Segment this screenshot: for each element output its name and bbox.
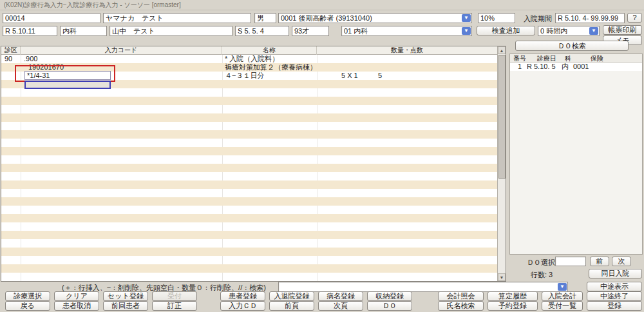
table-row[interactable] (1, 222, 497, 231)
next-button[interactable]: 次 (612, 257, 631, 266)
chevron-down-icon[interactable]: ▼ (462, 14, 471, 22)
scrollbar-thumb[interactable] (498, 55, 506, 179)
do-row-insurance: 0001 (573, 63, 599, 71)
table-row[interactable] (1, 231, 497, 239)
grid-cell: 5 (378, 72, 404, 80)
back-button[interactable]: 戻る (5, 301, 50, 311)
do-select-input[interactable] (555, 257, 586, 266)
input-hint-label: (＋：行挿入、−：剤削除、先頭空白・数量０：行削除、//：検索) (62, 283, 266, 292)
column-header-code: 入力コード (21, 46, 222, 55)
entry-code-input[interactable]: *1/4-31 (24, 71, 111, 80)
table-row[interactable] (1, 197, 497, 206)
account-inquiry-button[interactable]: 会計照会 (438, 291, 484, 301)
midway-display-button[interactable]: 中途表示 (587, 282, 642, 291)
reception-list-button[interactable]: 受付一覧 (542, 301, 583, 311)
payment-register-button[interactable]: 収納登録 (367, 291, 412, 301)
grid-cell: ４−３１日分 (222, 72, 317, 80)
chevron-down-icon[interactable]: ▼ (589, 27, 598, 35)
next-page-button[interactable]: 次頁 (318, 301, 363, 311)
prev-button[interactable]: 前 (590, 257, 609, 266)
burden-rate-field: 10% (478, 13, 515, 23)
table-row[interactable] (1, 88, 497, 97)
admission-period-field[interactable]: R 5.10. 4- 99.99.99 (555, 13, 625, 23)
kanji-name-field[interactable]: 山中 テスト (109, 26, 232, 36)
do-column-dept: 科 (562, 54, 574, 63)
footer-combo[interactable]: ▼ (278, 282, 568, 292)
grid-cell: .900 (21, 55, 222, 63)
table-row[interactable] (1, 105, 497, 113)
patient-id-field[interactable]: 00014 (3, 13, 100, 23)
do-button[interactable]: ＤＯ (367, 301, 412, 311)
row-count-label: 行数: 3 (531, 270, 553, 279)
table-row[interactable] (1, 256, 497, 264)
department-select[interactable]: 01 内科 ▼ (341, 26, 472, 36)
kana-name-field[interactable]: ヤマナカ テスト (103, 13, 251, 23)
table-row[interactable] (1, 264, 497, 273)
chevron-down-icon[interactable]: ▼ (558, 283, 567, 291)
do-list: 番号 診療日 科 保険 1 R 5.10. 5 内 0001 (509, 54, 643, 255)
clear-button[interactable]: クリア (54, 291, 99, 301)
table-row[interactable] (1, 97, 497, 105)
admission-register-button[interactable]: 入退院登録 (269, 291, 314, 301)
prev-page-button[interactable]: 前頁 (269, 301, 314, 311)
table-row[interactable] (1, 164, 497, 172)
insurance-select-value: 0001 後期高齢者 (39131040) (281, 14, 372, 22)
patient-register-button[interactable]: 患者登録 (220, 291, 265, 301)
chevron-down-icon[interactable]: ▼ (462, 27, 471, 35)
table-row[interactable] (1, 180, 497, 189)
table-row[interactable] (1, 248, 497, 256)
input-cd-button[interactable]: 入力ＣＤ (220, 301, 265, 311)
do-search-button[interactable]: ＤＯ検索 (515, 41, 629, 51)
grid-scrollbar[interactable]: ▲ ▼ (497, 46, 506, 281)
table-row[interactable] (1, 147, 497, 155)
calc-history-button[interactable]: 算定履歴 (488, 291, 538, 301)
midway-end-button[interactable]: 中途終了 (587, 291, 642, 301)
sex-field: 男 (254, 13, 276, 23)
disease-register-button[interactable]: 病名登録 (318, 291, 363, 301)
table-row[interactable] (1, 130, 497, 139)
grid-cell: * 入院（入院料） (222, 55, 317, 63)
time-select[interactable]: 0 時間内 ▼ (538, 26, 600, 36)
previous-patient-button[interactable]: 前回患者 (103, 301, 148, 311)
admission-account-button[interactable]: 入院会計 (542, 291, 583, 301)
do-row-no: 1 (511, 63, 528, 71)
help-button[interactable]: ? (627, 13, 642, 23)
column-header-name: 名称 (222, 46, 317, 55)
insurance-select[interactable]: 0001 後期高齢者 (39131040) ▼ (278, 13, 472, 23)
exam-date-field[interactable]: R 5.10.11 (3, 26, 57, 36)
table-row[interactable] (1, 189, 497, 197)
patient-cancel-button[interactable]: 患者取消 (54, 301, 99, 311)
table-row[interactable] (1, 214, 497, 222)
name-search-button[interactable]: 氏名検索 (438, 301, 484, 311)
department-select-value: 01 内科 (344, 27, 368, 35)
table-row[interactable] (1, 155, 497, 164)
reservation-register-button[interactable]: 予約登録 (488, 301, 538, 311)
print-button[interactable]: 帳票印刷 (603, 25, 642, 35)
table-row[interactable] (1, 273, 497, 281)
clinic-select-button[interactable]: 診療選択 (5, 291, 50, 301)
selected-cell-frame[interactable] (24, 81, 111, 89)
do-column-date: 診療日 (528, 54, 565, 63)
do-row-dept: 内 (562, 63, 573, 71)
do-list-row[interactable]: 1 R 5.10. 5 内 0001 (510, 63, 642, 71)
do-column-insurance: 保険 (574, 54, 620, 63)
grid-cell: 90 (1, 55, 21, 63)
window-title: (K02N)診療行為入力−入院診療行為入力 - ソーソー [ormaster] (0, 0, 644, 10)
set-register-button[interactable]: セット登録 (103, 291, 148, 301)
table-row[interactable] (1, 113, 497, 122)
scroll-up-icon[interactable]: ▲ (498, 46, 506, 54)
column-header-qty: 数量・点数 (317, 46, 497, 55)
table-row[interactable] (1, 172, 497, 180)
do-list-header: 番号 診療日 科 保険 (510, 54, 642, 63)
table-row[interactable] (1, 239, 497, 248)
scroll-down-icon[interactable]: ▼ (498, 273, 506, 281)
exam-add-button[interactable]: 検査追加 (477, 26, 535, 35)
table-row[interactable]: 90.900* 入院（入院料） (1, 55, 497, 63)
register-button[interactable]: 登録 (587, 301, 642, 311)
correction-button[interactable]: 訂正 (152, 301, 197, 311)
grid-cell: 褥瘡対策加算２（療養病棟） (222, 63, 317, 72)
table-row[interactable] (1, 206, 497, 214)
same-day-admission-button[interactable]: 同日入院 (589, 269, 642, 278)
table-row[interactable] (1, 122, 497, 130)
table-row[interactable] (1, 139, 497, 147)
